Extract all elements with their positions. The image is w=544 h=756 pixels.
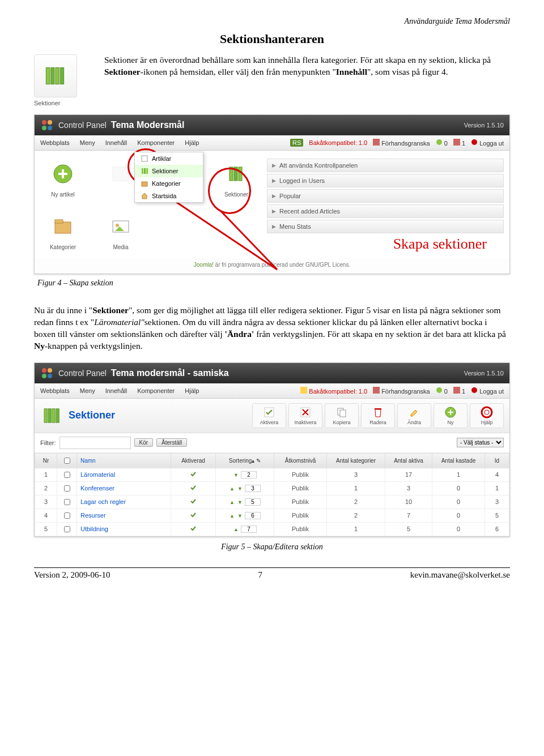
accordion-kontrollpanel[interactable]: ▶Att använda Kontrollpanelen: [267, 159, 504, 172]
svg-marker-17: [142, 193, 147, 199]
preview-link[interactable]: Förhandsgranska: [373, 139, 430, 147]
sort-input[interactable]: [245, 512, 261, 519]
menu-hjalp[interactable]: Hjälp: [185, 139, 199, 146]
check-icon[interactable]: [189, 497, 197, 505]
menu-webbplats[interactable]: Webbplats: [40, 387, 70, 394]
section-link[interactable]: Läromaterial: [80, 471, 115, 478]
accordion-menustats[interactable]: ▶Menu Stats: [267, 220, 504, 233]
section-link[interactable]: Resurser: [80, 512, 106, 519]
preview-link[interactable]: Förhandsgranska: [373, 387, 430, 395]
check-icon[interactable]: [189, 484, 197, 492]
accordion-popular[interactable]: ▶Popular: [267, 189, 504, 203]
row-checkbox[interactable]: [64, 512, 70, 519]
svg-rect-16: [142, 182, 147, 186]
row-checkbox[interactable]: [64, 485, 70, 492]
th-aktiverad[interactable]: Aktiverad: [171, 453, 216, 468]
row-checkbox[interactable]: [64, 472, 70, 478]
th-namn[interactable]: Namn: [77, 453, 171, 468]
tool-ny[interactable]: Ny: [434, 403, 468, 428]
svg-rect-39: [48, 408, 51, 422]
tool-inaktivera[interactable]: Inaktivera: [288, 403, 322, 428]
menu-hjalp[interactable]: Hjälp: [185, 387, 199, 394]
msg-count[interactable]: 0: [436, 387, 448, 395]
menu-innehall[interactable]: Innehåll: [105, 139, 128, 146]
tool-radera[interactable]: Radera: [361, 403, 395, 428]
version-label-2: Version 1.5.10: [464, 370, 504, 377]
th-check[interactable]: [57, 453, 77, 468]
user-count[interactable]: 1: [453, 139, 465, 147]
svg-rect-40: [52, 408, 55, 422]
check-icon[interactable]: [189, 524, 197, 532]
sektioner-large-icon: [34, 54, 77, 97]
svg-point-4: [42, 120, 46, 125]
btn-kor[interactable]: Kör: [134, 438, 154, 447]
rs-badge[interactable]: RS: [290, 139, 303, 147]
sort-input[interactable]: [245, 498, 261, 506]
logout-link[interactable]: Logga ut: [471, 387, 504, 395]
svg-rect-10: [453, 139, 460, 146]
sort-input[interactable]: [241, 526, 257, 533]
svg-rect-3: [60, 67, 63, 84]
th-antalkast[interactable]: Antal kastade: [432, 453, 485, 468]
sektioner-icon-label: Sektioner: [34, 100, 96, 106]
th-antalakt[interactable]: Antal aktiva: [385, 453, 432, 468]
sort-input[interactable]: [241, 471, 257, 479]
version-label: Version 1.5.10: [464, 122, 504, 129]
section-link[interactable]: Utbildning: [80, 526, 108, 532]
panel-kategorier[interactable]: Kategorier: [40, 211, 86, 250]
svg-point-32: [48, 374, 52, 378]
section-link[interactable]: Lagar och regler: [80, 498, 126, 505]
row-checkbox[interactable]: [64, 499, 70, 505]
filter-label: Filter:: [40, 439, 56, 446]
check-icon[interactable]: [189, 511, 197, 519]
filter-input[interactable]: [60, 437, 131, 449]
menu-komponenter[interactable]: Komponenter: [137, 139, 175, 146]
control-panel-label: Control Panel: [58, 369, 107, 378]
th-nr[interactable]: Nr: [35, 453, 57, 468]
figure-4-caption: Figur 4 – Skapa sektion: [37, 279, 510, 288]
svg-point-27: [116, 224, 119, 227]
sort-input[interactable]: [245, 485, 261, 492]
accordion-loggedin[interactable]: ▶Logged in Users: [267, 174, 504, 187]
th-sortering[interactable]: Sortering▴ ✎: [216, 453, 274, 468]
menu-meny[interactable]: Meny: [80, 139, 95, 146]
tool-andra[interactable]: Ändra: [397, 403, 431, 428]
user-count[interactable]: 1: [453, 387, 465, 395]
svg-rect-8: [373, 139, 380, 146]
svg-rect-0: [46, 67, 49, 84]
innehall-dropdown[interactable]: Artiklar Sektioner Kategorier Startsida: [134, 152, 203, 203]
running-header: Användarguide Tema Modersmål: [34, 17, 510, 26]
tool-aktivera[interactable]: Aktivera: [252, 403, 286, 428]
svg-point-5: [48, 120, 52, 125]
menu-komponenter[interactable]: Komponenter: [137, 387, 175, 394]
tool-kopiera[interactable]: Kopiera: [325, 403, 359, 428]
svg-rect-13: [142, 168, 143, 174]
svg-rect-12: [142, 156, 147, 161]
screenshot-figure-5: Control Panel Tema modersmål - samiska V…: [34, 362, 510, 537]
section-link[interactable]: Konferenser: [80, 485, 114, 492]
site-name-2: Tema modersmål - samiska: [111, 368, 229, 378]
sektioner-table: Nr Namn Aktiverad Sortering▴ ✎ Åtkomstni…: [35, 453, 509, 536]
svg-rect-33: [300, 387, 307, 394]
menu-innehall[interactable]: Innehåll: [105, 387, 128, 394]
menu-webbplats[interactable]: Webbplats: [40, 139, 70, 146]
svg-rect-46: [375, 408, 381, 409]
figure-5-caption: Figur 5 – Skapa/Editera sektion: [34, 543, 510, 552]
status-select[interactable]: - Välj status -: [457, 438, 504, 447]
th-antalkat[interactable]: Antal kategorier: [327, 453, 385, 468]
check-icon[interactable]: [189, 470, 197, 478]
svg-point-37: [471, 387, 477, 393]
panel-ny-artikel[interactable]: Ny artikel: [40, 159, 86, 198]
btn-aterstall[interactable]: Återställ: [156, 438, 187, 447]
msg-count[interactable]: 0: [436, 139, 448, 147]
th-id[interactable]: Id: [485, 453, 509, 468]
svg-point-31: [42, 374, 46, 378]
tool-hjalp[interactable]: Hjälp: [470, 403, 504, 428]
th-atkomst[interactable]: Åtkomstnivå: [274, 453, 327, 468]
panel-media[interactable]: Media: [98, 211, 143, 250]
row-checkbox[interactable]: [64, 526, 70, 532]
footer-rule: [34, 567, 510, 568]
menu-meny[interactable]: Meny: [80, 387, 95, 394]
accordion-recent[interactable]: ▶Recent added Articles: [267, 204, 504, 218]
logout-link[interactable]: Logga ut: [471, 139, 504, 147]
